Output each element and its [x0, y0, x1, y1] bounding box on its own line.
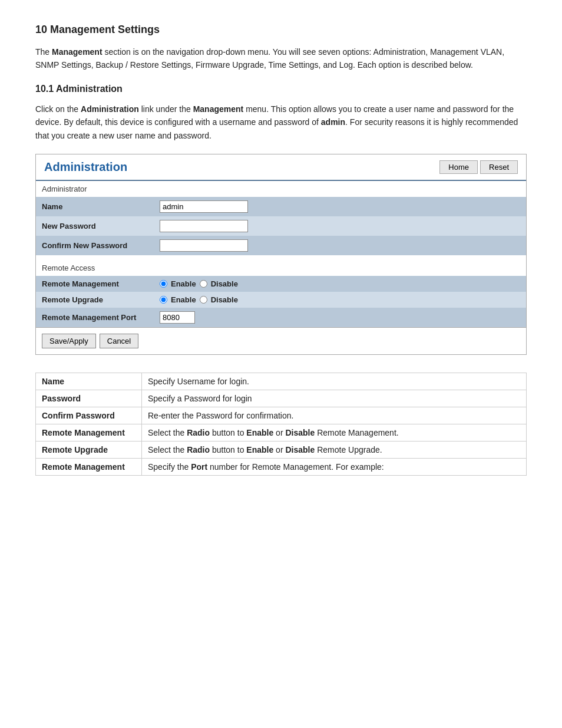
- new-password-value: [154, 216, 526, 236]
- admin-panel-buttons: Home Reset: [439, 160, 518, 174]
- remote-management-disable-radio[interactable]: [200, 280, 207, 288]
- remote-upgrade-value: Enable Disable: [154, 292, 526, 308]
- desc-remote-management-term: Remote Management: [36, 424, 142, 441]
- home-button[interactable]: Home: [439, 160, 478, 174]
- desc-password-def: Specify a Password for login: [142, 390, 527, 407]
- remote-management-radio-group: Enable Disable: [160, 279, 520, 288]
- action-row: Save/Apply Cancel: [36, 327, 526, 354]
- desc-name-term: Name: [36, 373, 142, 390]
- save-apply-button[interactable]: Save/Apply: [42, 334, 96, 348]
- desc-password-term: Password: [36, 390, 142, 407]
- remote-upgrade-enable-label: Enable: [171, 295, 196, 304]
- table-row: Remote Management Select the Radio butto…: [36, 424, 527, 441]
- remote-management-port-input[interactable]: [160, 311, 195, 324]
- section-10-1-heading: 10.1 Administration: [35, 84, 527, 94]
- table-row: Confirm New Password: [36, 236, 526, 255]
- remote-upgrade-disable-label: Disable: [211, 295, 238, 304]
- admin-fields-table: Name New Password Confirm New Password: [36, 197, 526, 255]
- administrator-section-label: Administrator: [36, 181, 526, 197]
- admin-panel: Administration Home Reset Administrator …: [35, 154, 527, 355]
- remote-upgrade-label: Remote Upgrade: [36, 292, 154, 308]
- table-row: Remote Management Specify the Port numbe…: [36, 458, 527, 475]
- desc-name-def: Specify Username for login.: [142, 373, 527, 390]
- table-row: Name: [36, 197, 526, 216]
- remote-mgmt-port-value: [154, 308, 526, 327]
- description-table: Name Specify Username for login. Passwor…: [35, 373, 527, 476]
- table-row: Remote Upgrade Select the Radio button t…: [36, 441, 527, 458]
- remote-fields-table: Remote Management Enable Disable Remote …: [36, 276, 526, 327]
- remote-management-label: Remote Management: [36, 276, 154, 292]
- cancel-button[interactable]: Cancel: [100, 334, 138, 348]
- remote-upgrade-enable-radio[interactable]: [160, 296, 167, 304]
- section-10-intro: The Management section is on the navigat…: [35, 45, 527, 72]
- section-10-heading: 10 Management Settings: [35, 24, 527, 36]
- remote-management-disable-label: Disable: [211, 279, 238, 288]
- desc-remote-upgrade-term: Remote Upgrade: [36, 441, 142, 458]
- desc-remote-management-def: Select the Radio button to Enable or Dis…: [142, 424, 527, 441]
- name-input[interactable]: [160, 200, 248, 213]
- table-row: Password Specify a Password for login: [36, 390, 527, 407]
- table-row: Name Specify Username for login.: [36, 373, 527, 390]
- admin-panel-header: Administration Home Reset: [36, 154, 526, 181]
- remote-upgrade-disable-radio[interactable]: [200, 296, 207, 304]
- remote-management-value: Enable Disable: [154, 276, 526, 292]
- remote-access-section-label: Remote Access: [36, 260, 526, 276]
- desc-confirm-password-def: Re-enter the Password for confirmation.: [142, 407, 527, 424]
- name-label: Name: [36, 197, 154, 216]
- name-value: [154, 197, 526, 216]
- confirm-password-label: Confirm New Password: [36, 236, 154, 255]
- table-row: Remote Management Enable Disable: [36, 276, 526, 292]
- table-row: Confirm Password Re-enter the Password f…: [36, 407, 527, 424]
- new-password-input[interactable]: [160, 220, 248, 232]
- section-10-1-intro: Click on the Administration link under t…: [35, 103, 527, 142]
- table-row: Remote Upgrade Enable Disable: [36, 292, 526, 308]
- confirm-password-input[interactable]: [160, 239, 248, 252]
- remote-mgmt-port-label: Remote Management Port: [36, 308, 154, 327]
- confirm-password-value: [154, 236, 526, 255]
- table-row: Remote Management Port: [36, 308, 526, 327]
- desc-remote-management-port-term: Remote Management: [36, 458, 142, 475]
- reset-button[interactable]: Reset: [480, 160, 518, 174]
- desc-remote-management-port-def: Specify the Port number for Remote Manag…: [142, 458, 527, 475]
- desc-confirm-password-term: Confirm Password: [36, 407, 142, 424]
- remote-upgrade-radio-group: Enable Disable: [160, 295, 520, 304]
- remote-management-enable-radio[interactable]: [160, 280, 167, 288]
- table-row: New Password: [36, 216, 526, 236]
- remote-management-enable-label: Enable: [171, 279, 196, 288]
- desc-remote-upgrade-def: Select the Radio button to Enable or Dis…: [142, 441, 527, 458]
- admin-panel-title: Administration: [44, 160, 127, 174]
- new-password-label: New Password: [36, 216, 154, 236]
